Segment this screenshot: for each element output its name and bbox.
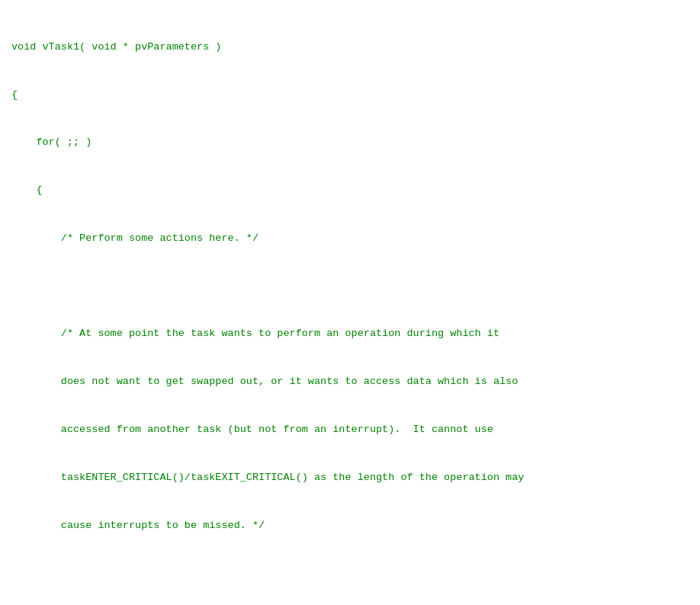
code-comment-2-4: taskENTER_CRITICAL()/taskEXIT_CRITICAL()… [11, 470, 689, 486]
code-line-4: { [11, 183, 689, 199]
code-comment-2-2: does not want to get swapped out, or it … [11, 374, 689, 390]
code-comment-2-1: /* At some point the task wants to perfo… [11, 326, 689, 342]
code-comment-2-3: accessed from another task (but not from… [11, 422, 689, 438]
code-comment-2-5: cause interrupts to be missed. */ [11, 518, 689, 534]
code-line-1: void vTask1( void * pvParameters ) [11, 40, 689, 56]
code-comment-1: /* Perform some actions here. */ [11, 231, 689, 247]
code-line-2: { [11, 88, 689, 104]
code-line-3: for( ;; ) [11, 135, 689, 151]
code-display: void vTask1( void * pvParameters ) { for… [11, 8, 689, 605]
